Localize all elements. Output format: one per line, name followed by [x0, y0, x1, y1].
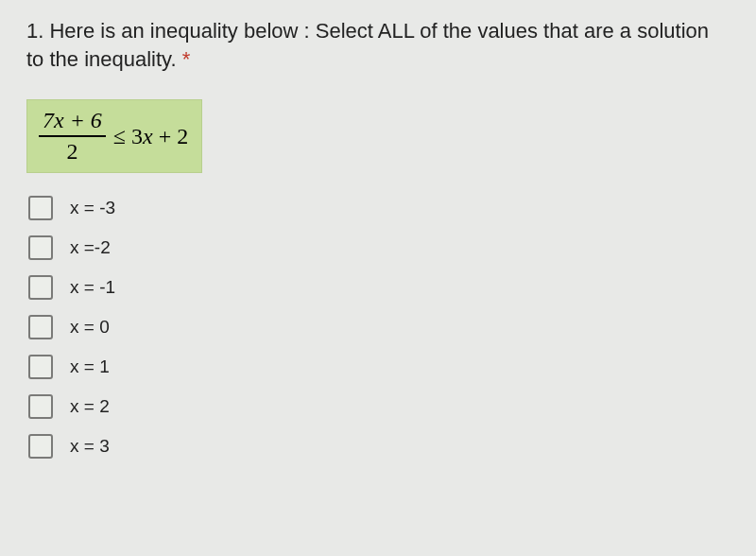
required-asterisk: * [182, 47, 191, 71]
option-row: x = 1 [28, 355, 730, 379]
option-label: x = 2 [70, 396, 110, 417]
option-label: x = -3 [70, 198, 115, 218]
option-label: x = -1 [70, 277, 115, 298]
checkbox[interactable] [28, 235, 53, 260]
checkbox[interactable] [28, 394, 53, 419]
inequality-expression: 7x + 6 2 ≤ 3x + 2 [26, 99, 202, 173]
checkbox[interactable] [28, 355, 53, 379]
question-prompt: 1. Here is an inequality below : Select … [26, 17, 730, 73]
fraction-denominator: 2 [66, 137, 77, 165]
option-row: x = 3 [28, 434, 730, 459]
option-row: x =-2 [28, 235, 730, 260]
option-label: x = 1 [70, 356, 110, 377]
option-row: x = -1 [28, 275, 730, 300]
question-number: 1. [26, 19, 43, 43]
checkbox[interactable] [28, 275, 53, 300]
fraction-numerator: 7x + 6 [39, 108, 106, 137]
option-row: x = 2 [28, 394, 730, 419]
checkbox[interactable] [28, 196, 53, 220]
lhs-fraction: 7x + 6 2 [39, 108, 106, 165]
checkbox[interactable] [28, 315, 53, 339]
rhs-expression: 3x + 2 [131, 124, 188, 149]
question-body: Here is an inequality below : Select ALL… [26, 19, 709, 71]
option-label: x =-2 [70, 237, 111, 258]
option-row: x = 0 [28, 315, 730, 339]
options-group: x = -3 x =-2 x = -1 x = 0 x = 1 x = 2 x … [28, 196, 730, 459]
operator-le: ≤ [113, 124, 126, 149]
option-row: x = -3 [28, 196, 730, 220]
option-label: x = 3 [70, 436, 110, 457]
checkbox[interactable] [28, 434, 53, 459]
option-label: x = 0 [70, 317, 110, 338]
